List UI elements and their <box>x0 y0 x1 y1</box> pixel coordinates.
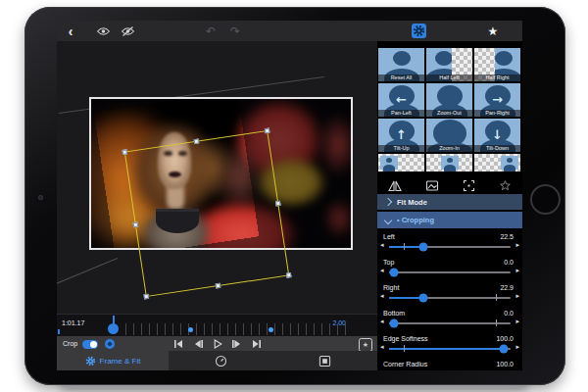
preset-label: Zoom-In <box>426 145 472 152</box>
section-cropping[interactable]: • Cropping <box>377 212 522 228</box>
save-preset-button[interactable]: ★ <box>359 338 372 352</box>
slider-decrement[interactable]: ◂ <box>380 318 384 325</box>
tab-frame-and-fit-label: Frame & Fit <box>100 357 141 366</box>
skip-to-start-button[interactable] <box>173 339 183 349</box>
slider-thumb[interactable] <box>418 293 427 302</box>
preset-reset-all[interactable]: Reset All <box>378 48 424 81</box>
ipad-bezel: ‹ ↶ ↷ <box>24 7 565 385</box>
star-outline-icon[interactable] <box>499 179 512 192</box>
crop-handle-bottom-right[interactable] <box>286 271 292 277</box>
slider-track[interactable] <box>389 322 511 324</box>
eye-icon <box>96 26 111 36</box>
crop-handle-bottom-left[interactable] <box>143 293 149 299</box>
video-preview-eye-button[interactable] <box>94 21 112 41</box>
preset-pan-left[interactable]: ← Pan-Left <box>378 83 424 117</box>
slider-edge-softness: Edge Softness 100.0 ◂ ▸ <box>377 335 522 359</box>
slider-thumb[interactable] <box>499 344 508 353</box>
photo-frame-icon[interactable] <box>425 179 439 192</box>
preset-label: Reset All <box>378 74 424 81</box>
tab-frame-and-fit[interactable]: Frame & Fit <box>57 351 169 370</box>
slider-corner-radius: Corner Radius 100.0 <box>377 361 522 370</box>
slider-decrement[interactable]: ◂ <box>380 242 384 249</box>
slider-thumb[interactable] <box>389 268 398 276</box>
top-toolbar: ‹ ↶ ↷ <box>57 21 522 42</box>
previous-frame-button[interactable] <box>193 339 203 349</box>
red-smoke-corner <box>318 193 353 244</box>
timeline-ruler[interactable]: 1:01.17 2.00 <box>57 314 377 337</box>
crop-toggle-label: Crop <box>63 340 77 347</box>
undo-button[interactable]: ↶ <box>204 21 218 41</box>
slider-value: 100.0 <box>496 361 514 368</box>
favorite-star-button[interactable]: ★ <box>485 21 501 41</box>
overlay-hide-eye-button[interactable] <box>119 21 136 41</box>
front-camera <box>38 195 43 200</box>
keyframe-dot-1[interactable] <box>188 327 193 332</box>
corner-pin-icon[interactable] <box>463 179 475 192</box>
preset-tilt-up[interactable]: ↑ Tilt-Up <box>378 119 424 152</box>
add-keyframe-button[interactable] <box>105 339 115 349</box>
preset-zoom-out[interactable]: Zoom-Out <box>426 83 472 117</box>
slider-increment[interactable]: ▸ <box>515 318 519 325</box>
slider-value: 0.0 <box>504 310 514 317</box>
slider-decrement[interactable]: ◂ <box>380 293 384 300</box>
preset-half-right[interactable]: Half Right <box>474 48 520 81</box>
slider-thumb[interactable] <box>389 318 398 327</box>
slider-value: 0.0 <box>504 259 514 266</box>
clip-in-marker <box>58 329 60 334</box>
ruler-ticks <box>125 323 347 335</box>
home-button[interactable] <box>530 184 561 215</box>
slider-increment[interactable]: ▸ <box>515 344 519 351</box>
crop-handle-bottom-center[interactable] <box>215 282 220 288</box>
chevron-right-icon <box>384 198 392 206</box>
preset-category-strip <box>377 176 522 194</box>
preset-third-left[interactable] <box>378 154 424 172</box>
slider-track[interactable] <box>389 348 511 350</box>
eye-off-icon <box>121 26 135 36</box>
slider-decrement[interactable]: ◂ <box>380 268 384 274</box>
crop-handle-mid-right[interactable] <box>275 200 281 206</box>
arrow-left-icon: ← <box>378 88 424 110</box>
crop-handle-top-left[interactable] <box>122 149 127 155</box>
flip-horizontal-icon[interactable] <box>388 179 402 192</box>
slider-track[interactable] <box>389 271 511 273</box>
keyframe-dot-2[interactable] <box>269 327 273 332</box>
settings-gear-button[interactable] <box>412 24 426 38</box>
crop-toggle[interactable] <box>82 340 98 349</box>
playhead[interactable] <box>108 323 119 334</box>
crop-handle-mid-left[interactable] <box>132 221 138 227</box>
back-button[interactable]: ‹ <box>63 21 78 41</box>
preset-third-center[interactable] <box>426 154 472 172</box>
preset-zoom-in[interactable]: Zoom-In <box>426 119 472 152</box>
crop-handle-top-center[interactable] <box>193 138 199 144</box>
slider-increment[interactable]: ▸ <box>515 268 519 274</box>
redo-button[interactable]: ↷ <box>228 21 242 41</box>
slider-decrement[interactable]: ◂ <box>380 344 384 351</box>
slider-increment[interactable]: ▸ <box>515 242 519 249</box>
app-screen: ‹ ↶ ↷ <box>57 21 522 370</box>
preset-label: Zoom-Out <box>426 110 472 117</box>
mini-person-center <box>441 156 459 170</box>
speedometer-icon <box>215 355 227 368</box>
skip-to-end-button[interactable] <box>252 339 262 349</box>
next-frame-button[interactable] <box>232 339 242 349</box>
slider-thumb[interactable] <box>418 242 427 251</box>
preset-tilt-down[interactable]: ↓ Tilt-Down <box>474 119 520 152</box>
arrow-down-icon: ↓ <box>474 123 520 145</box>
tab-stabilizer[interactable] <box>272 351 377 370</box>
crop-selection-rect[interactable] <box>124 129 290 296</box>
slider-track[interactable] <box>389 246 511 248</box>
play-button[interactable] <box>213 339 222 349</box>
tab-speed[interactable] <box>169 351 272 370</box>
section-fit-mode[interactable]: Fit Mode <box>377 194 522 210</box>
source-bounds-line-bottom <box>57 258 118 284</box>
slider-track[interactable] <box>389 297 511 299</box>
cropping-modified-dot: • <box>397 216 400 224</box>
preset-third-right[interactable] <box>474 154 520 172</box>
preset-pan-right[interactable]: → Pan-Right <box>474 83 520 117</box>
preset-half-left[interactable]: Half Left <box>426 48 472 81</box>
control-bar: Crop <box>57 336 377 351</box>
slider-label: Right <box>383 284 399 291</box>
slider-increment[interactable]: ▸ <box>515 293 519 300</box>
crop-handle-top-right[interactable] <box>265 127 270 133</box>
preset-label: Pan-Right <box>474 110 520 117</box>
